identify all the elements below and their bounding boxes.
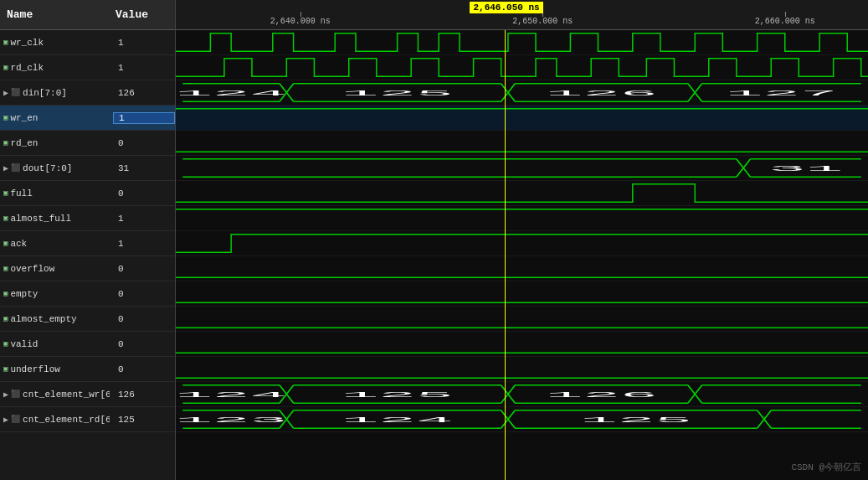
signal-name-cell: ▶⬛din[7:0] — [0, 88, 113, 98]
expand-icon[interactable]: ▶ — [3, 415, 8, 425]
signal-name-text: almost_empty — [10, 314, 76, 324]
wave-row — [176, 281, 868, 307]
signal-value-cell: 31 — [113, 163, 175, 173]
signal-value-cell: 0 — [113, 364, 175, 374]
bus-signal-icon: ⬛ — [11, 415, 20, 424]
bit-wave-svg — [176, 357, 868, 381]
signal-name-cell: ▣ack — [0, 239, 113, 249]
svg-text:125: 125 — [342, 391, 454, 400]
svg-text:126: 126 — [546, 391, 658, 400]
bit-wave-svg — [176, 181, 868, 205]
signal-name-cell: ▣almost_empty — [0, 314, 113, 324]
time-ruler: 2,640.000 ns2,650.000 ns2,660.000 ns 2,6… — [176, 0, 868, 30]
signal-name-text: ack — [10, 239, 27, 249]
signal-row[interactable]: ▣valid0 — [0, 332, 175, 357]
signal-row[interactable]: ▣wr_en1 — [0, 106, 175, 131]
signal-name-cell: ▣almost_full — [0, 214, 113, 224]
signal-row[interactable]: ▶⬛dout[7:0]31 — [0, 156, 175, 181]
expand-icon[interactable]: ▶ — [3, 390, 8, 400]
signal-name-text: empty — [10, 289, 38, 299]
signal-name-cell: ▣wr_clk — [0, 38, 113, 48]
signal-value-cell: 0 — [113, 138, 175, 148]
signal-row[interactable]: ▣empty0 — [0, 281, 175, 307]
panel-header: Name Value — [0, 0, 175, 30]
signal-panel: Name Value ▣wr_clk1▣rd_clk1▶⬛din[7:0]126… — [0, 0, 176, 480]
wave-row — [176, 307, 868, 332]
signal-row[interactable]: ▣almost_empty0 — [0, 307, 175, 332]
signal-row[interactable]: ▣underflow0 — [0, 357, 175, 382]
wave-row — [176, 206, 868, 231]
signal-name-cell: ▶⬛cnt_element_rd[6:0] — [0, 415, 113, 425]
time-mark-label: 2,660.000 ns — [755, 17, 815, 26]
signal-name-cell: ▣wr_en — [0, 113, 113, 123]
signal-name-cell: ▣underflow — [0, 364, 113, 374]
svg-text:126: 126 — [546, 90, 658, 98]
bit-signal-icon: ▣ — [3, 364, 8, 374]
waveform-main: Name Value ▣wr_clk1▣rd_clk1▶⬛din[7:0]126… — [0, 0, 868, 480]
signal-row[interactable]: ▶⬛cnt_element_rd[6:0]125 — [0, 407, 175, 432]
wave-row — [176, 256, 868, 281]
signal-name-text: almost_full — [10, 214, 71, 224]
signal-row[interactable]: ▣rd_clk1 — [0, 55, 175, 80]
bit-wave-svg — [176, 106, 868, 130]
wave-row: 31 — [176, 156, 868, 181]
svg-text:31: 31 — [768, 165, 843, 173]
signal-row[interactable]: ▶⬛din[7:0]126 — [0, 80, 175, 106]
bus-signal-icon: ⬛ — [11, 88, 20, 97]
wave-row — [176, 181, 868, 206]
signal-value-cell: 126 — [113, 88, 175, 98]
value-column-header: Value — [109, 8, 175, 21]
bit-signal-icon: ▣ — [3, 38, 8, 47]
signal-name-text: rd_clk — [10, 63, 44, 73]
bit-signal-icon: ▣ — [3, 188, 8, 198]
bit-wave-svg — [176, 206, 868, 230]
signal-name-text: din[7:0] — [23, 88, 67, 98]
bit-wave-svg — [176, 281, 868, 306]
wave-row: 124125126 — [176, 382, 868, 407]
svg-text:124: 124 — [342, 416, 454, 425]
expand-icon[interactable]: ▶ — [3, 163, 8, 173]
signal-name-cell: ▣valid — [0, 339, 113, 349]
signal-row[interactable]: ▣overflow0 — [0, 256, 175, 281]
expand-icon[interactable]: ▶ — [3, 88, 8, 98]
signal-value-cell: 1 — [113, 239, 175, 249]
bus-signal-icon: ⬛ — [11, 163, 20, 173]
signal-row[interactable]: ▣almost_full1 — [0, 206, 175, 231]
signal-name-cell: ▣overflow — [0, 264, 113, 274]
signal-name-cell: ▣rd_clk — [0, 63, 113, 73]
signal-name-text: cnt_element_rd[6:0] — [23, 415, 110, 425]
bus-wave-svg: 123124125 — [176, 407, 868, 431]
bit-wave-svg — [176, 231, 868, 255]
signal-name-text: wr_clk — [10, 38, 44, 48]
svg-text:125: 125 — [342, 90, 454, 98]
wave-row — [176, 30, 868, 55]
bus-signal-icon: ⬛ — [11, 390, 20, 399]
signal-name-text: overflow — [10, 264, 54, 274]
signal-row[interactable]: ▣full0 — [0, 181, 175, 206]
signal-name-cell: ▶⬛cnt_element_wr[6:0] — [0, 390, 113, 400]
signal-row[interactable]: ▣ack1 — [0, 231, 175, 256]
bus-wave-svg: 124125126127 — [176, 80, 868, 105]
wave-row — [176, 106, 868, 131]
bit-wave-svg — [176, 30, 868, 54]
signal-value-cell: 1 — [113, 112, 175, 124]
name-column-header: Name — [0, 8, 109, 21]
time-mark-label: 2,640.000 ns — [270, 17, 331, 26]
signal-name-text: cnt_element_wr[6:0] — [23, 390, 110, 400]
signal-value-cell: 1 — [113, 38, 175, 48]
signal-name-text: dout[7:0] — [23, 163, 72, 173]
signal-name-text: wr_en — [10, 113, 38, 123]
bit-signal-icon: ▣ — [3, 264, 8, 273]
svg-text:124: 124 — [176, 391, 287, 400]
wave-row — [176, 55, 868, 80]
watermark: CSDN @今朝亿言 — [791, 461, 861, 473]
signal-name-text: underflow — [10, 364, 59, 374]
signal-row[interactable]: ▣rd_en0 — [0, 131, 175, 156]
signal-name-cell: ▣rd_en — [0, 138, 113, 148]
signal-row[interactable]: ▣wr_clk1 — [0, 30, 175, 55]
svg-text:127: 127 — [726, 90, 838, 98]
cursor-time-label: 2,646.050 ns — [470, 2, 542, 13]
signal-row[interactable]: ▶⬛cnt_element_wr[6:0]126 — [0, 382, 175, 407]
wave-row: 123124125 — [176, 407, 868, 432]
wave-rows-container: 12412512612731124125126123124125 — [176, 30, 868, 432]
